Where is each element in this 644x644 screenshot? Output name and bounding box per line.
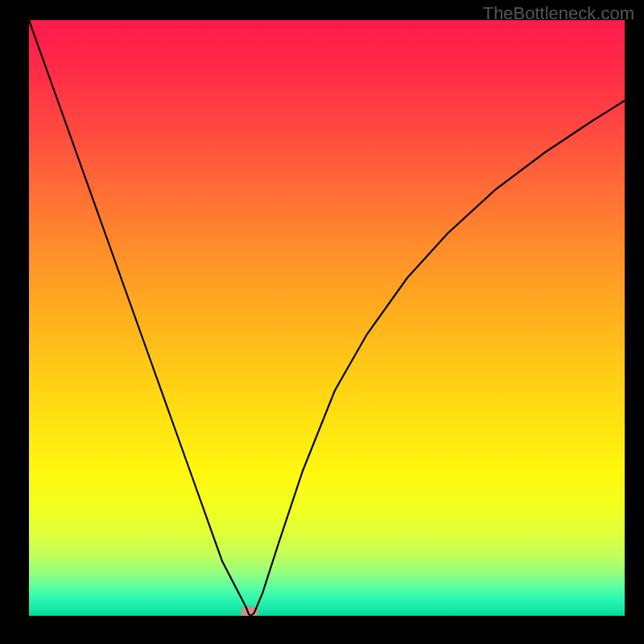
watermark-text: TheBottleneck.com [483,3,634,24]
bottleneck-curve [29,20,625,616]
plot-area [29,20,625,616]
curve-svg [29,20,625,616]
